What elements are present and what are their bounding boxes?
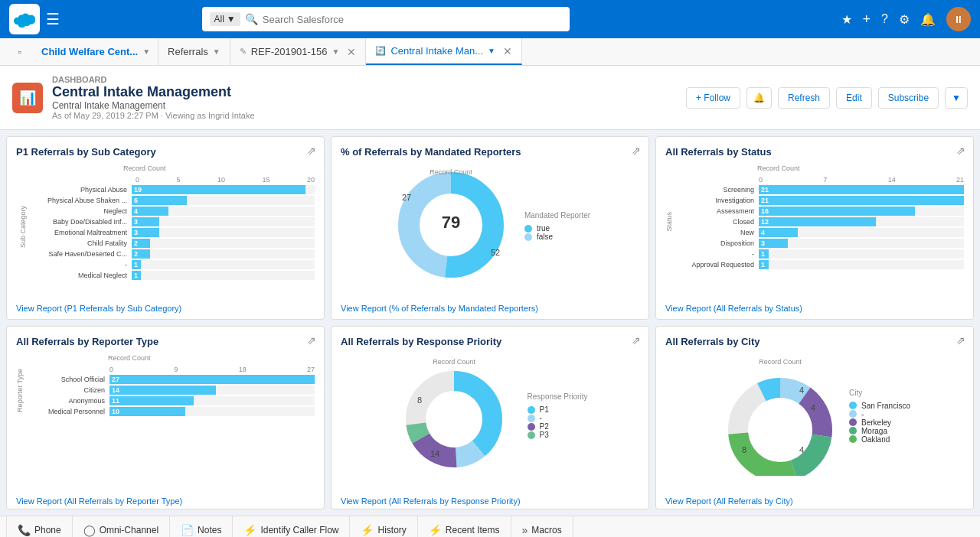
- bar-disposition: Disposition 3: [675, 239, 964, 248]
- bottom-notes[interactable]: 📄 Notes: [170, 516, 233, 537]
- chart-status-expand[interactable]: ⇗: [956, 145, 965, 157]
- bar-safe-haven: Safe Haven/Deserted C... 2: [28, 249, 315, 259]
- svg-text:Record Count: Record Count: [759, 358, 802, 366]
- history-icon: ⚡: [361, 524, 374, 536]
- bar-closed: Closed 12: [675, 217, 964, 226]
- bar-medical-neglect: Medical Neglect 1: [28, 271, 315, 280]
- bottom-omni-channel[interactable]: ◯ Omni-Channel: [73, 516, 170, 537]
- legend-berkeley: Berkeley: [849, 418, 910, 427]
- app-launcher-icon[interactable]: ☰: [46, 10, 60, 28]
- chart-reporter-expand[interactable]: ⇗: [307, 334, 316, 347]
- bottom-history[interactable]: ⚡ History: [350, 516, 417, 537]
- follow-button[interactable]: + Follow: [686, 87, 740, 109]
- favorites-icon[interactable]: ★: [841, 12, 852, 27]
- bar-citizen: Citizen 14: [25, 386, 315, 395]
- bar-assessment: Assessment 16: [675, 207, 964, 216]
- user-avatar[interactable]: II: [946, 7, 971, 31]
- chart-city-body: Record Count 4 4 4: [665, 353, 964, 478]
- chart-priority-title: All Referrals by Response Priority: [341, 336, 639, 347]
- legend-p2: P2: [528, 422, 588, 431]
- bar-emotional-maltreatment: Emotional Maltreatment 3: [28, 228, 315, 237]
- salesforce-logo[interactable]: [9, 4, 40, 34]
- macros-icon: »: [522, 524, 528, 536]
- chart-response-priority: All Referrals by Response Priority ⇗ Rec…: [331, 326, 649, 509]
- chart-priority-expand[interactable]: ⇗: [632, 334, 641, 347]
- chart-p1-referrals: P1 Referrals by Sub Category ⇗ Record Co…: [6, 136, 325, 320]
- search-input[interactable]: [263, 14, 562, 25]
- svg-text:8: 8: [742, 445, 746, 454]
- tab-central-intake-dropdown[interactable]: ▼: [488, 47, 495, 55]
- donut-legend-mandated: Mandated Reporter true false: [524, 211, 590, 241]
- add-icon[interactable]: +: [863, 11, 871, 28]
- tab-referrals-dropdown[interactable]: ▼: [213, 47, 220, 56]
- nav-right-actions: ★ + ? ⚙ 🔔 II: [841, 7, 971, 31]
- svg-text:27: 27: [402, 193, 411, 202]
- help-icon[interactable]: ?: [881, 12, 888, 26]
- bar-approval-requested: Approval Requested 1: [675, 260, 964, 269]
- notifications-icon[interactable]: 🔔: [920, 12, 936, 27]
- bar-screening: Screening 21: [675, 185, 964, 194]
- bottom-recent-items[interactable]: ⚡ Recent Items: [418, 516, 511, 537]
- recent-items-icon: ⚡: [429, 524, 442, 536]
- settings-icon[interactable]: ⚙: [899, 12, 910, 27]
- chart-p1-link[interactable]: View Report (P1 Referrals by Sub Categor…: [16, 304, 181, 313]
- more-button[interactable]: ▼: [945, 87, 968, 109]
- chart-city-expand[interactable]: ⇗: [956, 334, 965, 347]
- chart-p1-expand[interactable]: ⇗: [307, 145, 316, 157]
- page-header: 📊 DASHBOARD Central Intake Management Ce…: [0, 66, 980, 130]
- chart-referrals-status: All Referrals by Status ⇗ Record Count S…: [655, 136, 974, 320]
- tab-central-intake-close[interactable]: ✕: [503, 45, 512, 57]
- chart-city: All Referrals by City ⇗ Record Count: [655, 326, 974, 509]
- chart-city-link[interactable]: View Report (All Referrals by City): [665, 496, 793, 506]
- notifications-button[interactable]: 🔔: [746, 87, 772, 109]
- bar-anonymous: Anonymous 11: [25, 396, 315, 405]
- phone-icon: 📞: [18, 524, 31, 536]
- page-meta: As of May 29, 2019 2:27 PM · Viewing as …: [52, 111, 255, 120]
- chart-mandated-body: 79 27 52 Record Count Mandated Reporter …: [341, 164, 639, 288]
- chart-status-link[interactable]: View Report (All Referrals by Status): [665, 304, 802, 313]
- tab-ref-201901-156[interactable]: ✎ REF-201901-156 ▼ ✕: [230, 38, 367, 65]
- top-navigation: ☰ All ▼ 🔍 ★ + ? ⚙ 🔔 II: [0, 0, 980, 38]
- legend-priority-dash: -: [528, 414, 588, 422]
- tab-referrals[interactable]: Referrals ▼: [158, 38, 230, 65]
- app-name-dropdown[interactable]: ▼: [142, 47, 150, 56]
- refresh-button[interactable]: Refresh: [778, 87, 830, 109]
- donut-svg-mandated: 79 27 52 Record Count: [390, 164, 512, 286]
- bar-new: New 4: [675, 228, 964, 237]
- subscribe-button[interactable]: Subscribe: [878, 87, 939, 109]
- page-header-right: + Follow 🔔 Refresh Edit Subscribe ▼: [686, 87, 968, 109]
- search-scope-select[interactable]: All ▼: [210, 12, 240, 26]
- page-header-left: 📊 DASHBOARD Central Intake Management Ce…: [12, 75, 255, 120]
- bottom-macros[interactable]: » Macros: [511, 516, 573, 537]
- chart-p1-xaxis: 05101520: [28, 176, 315, 184]
- tab-central-intake[interactable]: 🔄 Central Intake Man... ▼ ✕: [366, 38, 522, 65]
- bar-baby-doe: Baby Doe/Disabled Inf... 3: [28, 217, 315, 226]
- chart-mandated-link[interactable]: View Report (% of Referrals by Mandated …: [341, 304, 538, 313]
- chart-reporter-link[interactable]: View Report (All Referrals by Reporter T…: [16, 496, 182, 506]
- donut-legend-priority: Response Priority P1 - P2 P3: [528, 392, 588, 439]
- svg-text:4: 4: [799, 386, 804, 395]
- chart-mandated-expand[interactable]: ⇗: [632, 145, 641, 157]
- app-tab-bar: ▫ Child Welfare Cent... ▼ Referrals ▼ ✎ …: [0, 38, 980, 66]
- bottom-phone[interactable]: 📞 Phone: [6, 516, 73, 537]
- donut-svg-city: Record Count 4 4 4: [719, 353, 841, 476]
- svg-text:79: 79: [442, 213, 460, 232]
- chart-status-title: All Referrals by Status: [665, 146, 964, 158]
- page-title: Central Intake Management: [52, 84, 255, 100]
- chart-priority-body: Record Count 8 14 Response Priority: [341, 353, 639, 478]
- bar-child-fatality: Child Fatality 2: [28, 239, 315, 248]
- tab-ref-close[interactable]: ✕: [347, 46, 356, 58]
- tab-ref-dropdown[interactable]: ▼: [332, 47, 339, 56]
- omni-channel-icon: ◯: [83, 524, 96, 536]
- edit-button[interactable]: Edit: [836, 87, 872, 109]
- bottom-identify-caller-flow[interactable]: ⚡ Identify Caller Flow: [233, 516, 350, 537]
- bar-status-dash: - 1: [675, 249, 964, 259]
- grid-icon[interactable]: ▫: [6, 38, 34, 65]
- bar-dash: - 1: [28, 260, 315, 269]
- chart-priority-link[interactable]: View Report (All Referrals by Response P…: [341, 496, 521, 506]
- notes-icon: 📄: [181, 524, 194, 536]
- legend-p1: P1: [528, 405, 588, 414]
- svg-text:8: 8: [416, 395, 421, 405]
- chart-mandated-title: % of Referrals by Mandated Reporters: [341, 146, 639, 158]
- donut-chart-mandated: 79 27 52 Record Count: [390, 164, 512, 288]
